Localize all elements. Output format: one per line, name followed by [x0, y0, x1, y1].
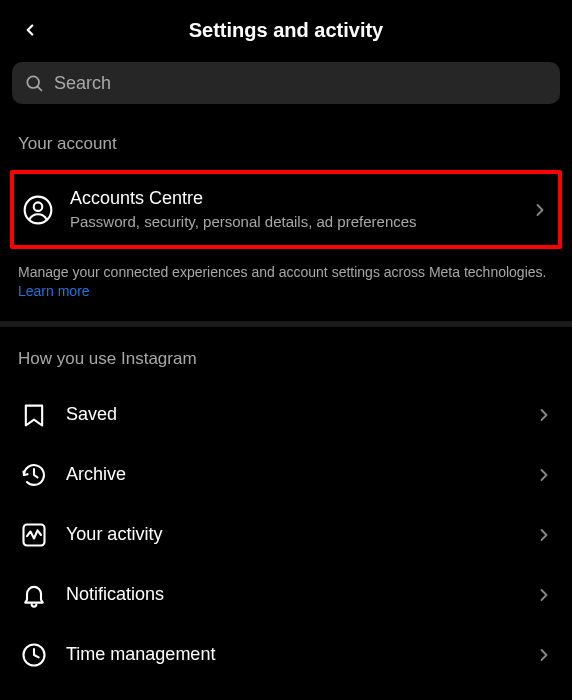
activity-icon — [20, 521, 48, 549]
usage-list: Saved Archive Your activity Notification… — [0, 385, 572, 685]
bell-icon — [20, 581, 48, 609]
bookmark-icon — [20, 401, 48, 429]
row-label: Notifications — [66, 584, 516, 605]
chevron-left-icon — [21, 21, 39, 39]
accounts-centre-title: Accounts Centre — [70, 188, 514, 210]
chevron-right-icon — [534, 465, 554, 485]
chevron-right-icon — [534, 405, 554, 425]
accounts-centre-highlight: Accounts Centre Password, security, pers… — [10, 170, 562, 249]
row-label: Your activity — [66, 524, 516, 545]
row-saved[interactable]: Saved — [4, 385, 568, 445]
row-activity[interactable]: Your activity — [4, 505, 568, 565]
search-input[interactable] — [54, 73, 548, 94]
chevron-right-icon — [534, 525, 554, 545]
accounts-centre-blurb: Manage your connected experiences and ac… — [0, 249, 572, 313]
row-label: Saved — [66, 404, 516, 425]
row-archive[interactable]: Archive — [4, 445, 568, 505]
row-time-management[interactable]: Time management — [4, 625, 568, 685]
section-label-your-account: Your account — [0, 112, 572, 170]
learn-more-link[interactable]: Learn more — [18, 283, 90, 299]
search-icon — [24, 73, 44, 93]
chevron-right-icon — [530, 200, 550, 220]
chevron-right-icon — [534, 585, 554, 605]
accounts-centre-text: Accounts Centre Password, security, pers… — [70, 188, 514, 231]
chevron-right-icon — [534, 645, 554, 665]
row-label: Archive — [66, 464, 516, 485]
clock-icon — [20, 641, 48, 669]
accounts-centre-row[interactable]: Accounts Centre Password, security, pers… — [22, 188, 550, 231]
svg-line-1 — [38, 87, 42, 91]
person-circle-icon — [22, 194, 54, 226]
archive-icon — [20, 461, 48, 489]
row-label: Time management — [66, 644, 516, 665]
search-field[interactable] — [12, 62, 560, 104]
svg-point-3 — [34, 202, 43, 211]
svg-point-0 — [27, 76, 39, 88]
search-row — [0, 60, 572, 112]
blurb-text: Manage your connected experiences and ac… — [18, 264, 546, 280]
header-bar: Settings and activity — [0, 0, 572, 60]
row-notifications[interactable]: Notifications — [4, 565, 568, 625]
page-title: Settings and activity — [0, 19, 572, 42]
back-button[interactable] — [12, 12, 48, 48]
accounts-centre-subtitle: Password, security, personal details, ad… — [70, 212, 514, 232]
section-label-usage: How you use Instagram — [0, 327, 572, 385]
